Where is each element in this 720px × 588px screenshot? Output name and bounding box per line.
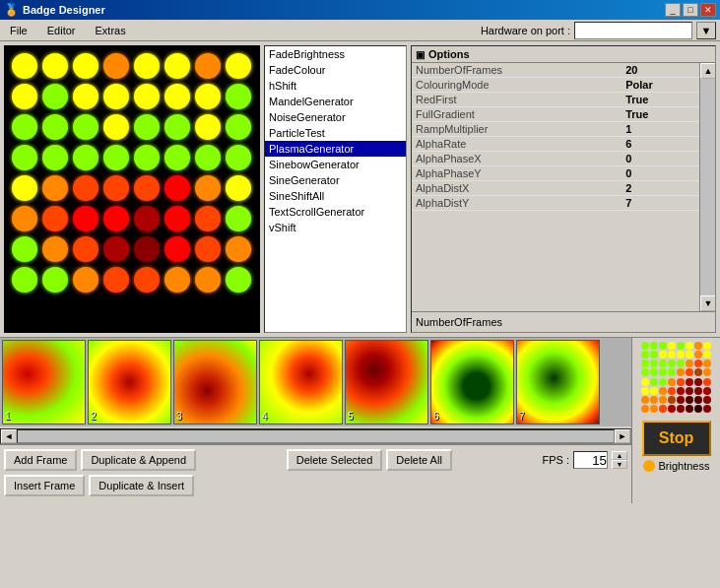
add-frame-button[interactable]: Add Frame — [4, 449, 77, 471]
frame-scroll-right[interactable]: ► — [615, 429, 630, 443]
fps-up-button[interactable]: ▲ — [612, 451, 627, 460]
options-row[interactable]: AlphaPhaseX0 — [412, 152, 699, 166]
led-5-5 — [164, 206, 190, 231]
frame-scroll-left[interactable]: ◄ — [1, 429, 17, 443]
led-4-1 — [42, 175, 68, 201]
gen-item-sineshiftall[interactable]: SineShiftAll — [265, 188, 406, 204]
frame-thumb-2[interactable]: 2 — [88, 340, 171, 425]
maximize-button[interactable]: □ — [683, 3, 698, 17]
menu-extras[interactable]: Extras — [89, 23, 131, 38]
duplicate-append-button[interactable]: Duplicate & Append — [81, 449, 196, 471]
led-7-1 — [42, 267, 68, 293]
insert-frame-button[interactable]: Insert Frame — [4, 475, 85, 496]
led-3-3 — [103, 145, 129, 170]
gen-item-particletest[interactable]: ParticleTest — [265, 125, 406, 141]
mini-led-5-6 — [694, 387, 702, 395]
gen-item-mandelgenerator[interactable]: MandelGenerator — [265, 94, 406, 109]
gen-item-sinebowgenerator[interactable]: SinebowGenerator — [265, 157, 406, 172]
gen-item-sinegenerator[interactable]: SineGenerator — [265, 172, 406, 188]
hardware-port-input[interactable] — [574, 22, 692, 39]
generator-list[interactable]: FadeBrightnessFadeColourhShiftMandelGene… — [264, 45, 407, 333]
options-row[interactable]: ColouringModePolar — [412, 78, 699, 93]
gen-item-noisegenerator[interactable]: NoiseGenerator — [265, 109, 406, 125]
fps-down-button[interactable]: ▼ — [612, 460, 627, 469]
mini-led-2-6 — [694, 359, 702, 367]
mini-led-3-2 — [659, 368, 667, 376]
mini-led-0-0 — [641, 342, 649, 350]
led-7-7 — [226, 267, 251, 293]
gen-item-plasmagenerator[interactable]: PlasmaGenerator — [265, 141, 406, 157]
frames-row: 1234567 — [0, 338, 631, 426]
frames-area: 1234567 ◄ ► Add Frame Duplicate & Append… — [0, 338, 631, 503]
gen-item-fadebrightness[interactable]: FadeBrightness — [265, 46, 406, 62]
led-2-0 — [12, 114, 37, 140]
gen-item-textscrollgenerator[interactable]: TextScrollGenerator — [265, 204, 406, 220]
options-row[interactable]: AlphaRate6 — [412, 137, 699, 152]
options-row[interactable]: AlphaDistY7 — [412, 196, 699, 211]
led-0-7 — [226, 53, 251, 79]
frame-thumb-6[interactable]: 6 — [430, 340, 514, 425]
frame-thumb-4[interactable]: 4 — [259, 340, 343, 425]
frame-thumb-3[interactable]: 3 — [173, 340, 257, 425]
menu-file[interactable]: File — [4, 23, 33, 38]
led-6-3 — [103, 236, 129, 262]
mini-led-1-4 — [677, 351, 685, 359]
duplicate-insert-button[interactable]: Duplicate & Insert — [89, 475, 194, 496]
scroll-down-button[interactable]: ▼ — [700, 295, 715, 311]
options-row[interactable]: RedFirstTrue — [412, 93, 699, 107]
mini-led-3-3 — [668, 368, 676, 376]
options-row[interactable]: AlphaDistX2 — [412, 181, 699, 196]
gen-item-fadecolour[interactable]: FadeColour — [265, 62, 406, 78]
options-row[interactable]: AlphaPhaseY0 — [412, 166, 699, 181]
frame-thumb-7[interactable]: 7 — [516, 340, 600, 425]
mini-led-5-7 — [703, 387, 711, 395]
hardware-port-dropdown[interactable]: ▼ — [696, 22, 716, 39]
mini-led-5-5 — [686, 387, 693, 395]
stop-button[interactable]: Stop — [642, 421, 711, 456]
gen-item-hshift[interactable]: hShift — [265, 78, 406, 94]
mini-led-2-3 — [668, 359, 676, 367]
mini-led-5-1 — [650, 387, 658, 395]
led-grid — [12, 53, 252, 294]
options-row[interactable]: NumberOfFrames20 — [412, 63, 699, 78]
options-table: NumberOfFrames20ColouringModePolarRedFir… — [412, 63, 699, 211]
led-0-4 — [134, 53, 160, 79]
mini-led-2-2 — [659, 359, 667, 367]
delete-all-button[interactable]: Delete All — [386, 449, 451, 471]
gen-item-vshift[interactable]: vShift — [265, 220, 406, 235]
options-row[interactable]: FullGradientTrue — [412, 107, 699, 122]
minimize-button[interactable]: _ — [665, 3, 681, 17]
options-panel: ▣ Options NumberOfFrames20ColouringModeP… — [411, 45, 716, 333]
mini-led-6-2 — [659, 396, 667, 404]
led-5-1 — [42, 206, 68, 231]
led-2-5 — [164, 114, 190, 140]
led-1-4 — [134, 84, 160, 109]
mini-led-5-2 — [659, 387, 667, 395]
scroll-up-button[interactable]: ▲ — [700, 63, 715, 79]
mini-led-1-2 — [659, 351, 667, 359]
led-0-1 — [42, 53, 68, 79]
mini-led-4-4 — [677, 378, 685, 386]
frame-thumb-1[interactable]: 1 — [2, 340, 86, 425]
led-6-7 — [226, 236, 251, 262]
mini-led-4-6 — [694, 378, 702, 386]
led-2-3 — [103, 114, 129, 140]
mini-led-6-7 — [703, 396, 711, 404]
close-button[interactable]: ✕ — [700, 3, 716, 17]
mini-led-1-6 — [694, 351, 702, 359]
menu-editor[interactable]: Editor — [41, 23, 82, 38]
led-4-0 — [12, 175, 37, 201]
mini-led-6-4 — [677, 396, 685, 404]
fps-input[interactable] — [573, 451, 608, 469]
mini-led-2-1 — [650, 359, 658, 367]
led-3-7 — [226, 145, 251, 170]
delete-selected-button[interactable]: Delete Selected — [287, 449, 383, 471]
led-5-2 — [73, 206, 98, 231]
frame-thumb-5[interactable]: 5 — [345, 340, 428, 425]
options-row[interactable]: RampMultiplier1 — [412, 122, 699, 137]
mini-led-6-1 — [650, 396, 658, 404]
selected-option-label: NumberOfFrames — [416, 316, 502, 328]
mini-led-3-7 — [703, 368, 711, 376]
frame-scroll-track[interactable] — [17, 429, 615, 443]
mini-led-7-7 — [703, 405, 711, 413]
